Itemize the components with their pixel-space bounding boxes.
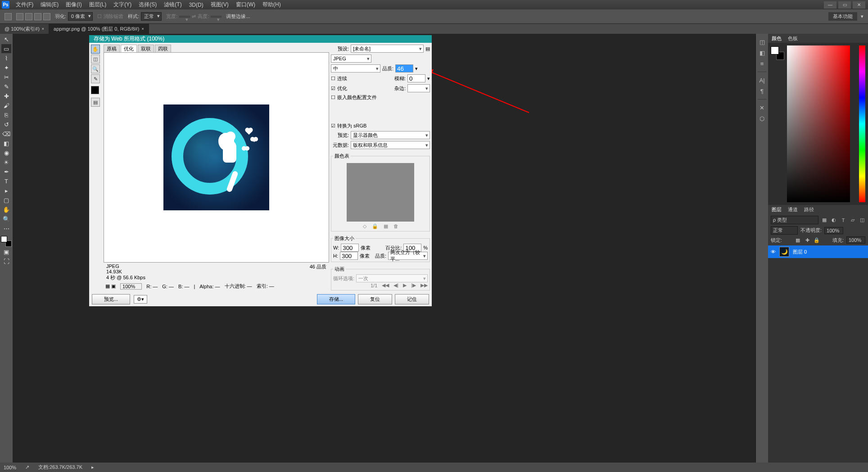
color-field[interactable] [787,45,850,202]
compression-select[interactable]: 中 [331,64,380,73]
lasso-tool-icon[interactable]: ⌇ [1,54,11,63]
gradient-tool-icon[interactable]: ◧ [1,139,11,148]
remember-button[interactable]: 记住 [395,294,429,304]
channels-tab[interactable]: 通道 [788,206,798,213]
tab-close-icon[interactable]: × [141,27,144,31]
color-table[interactable] [347,163,414,222]
eyedropper-color-swatch[interactable] [91,86,99,94]
zoom-tool-icon[interactable]: 🔍 [91,64,100,73]
paths-tab[interactable]: 路径 [804,206,814,213]
layers-tab[interactable]: 图层 [772,206,782,213]
menu-edit[interactable]: 编辑(E) [37,1,62,9]
ct-map-icon[interactable]: ▦ [384,223,388,229]
character-panel-icon[interactable]: ≡ [758,59,767,68]
tab-close-icon[interactable]: × [42,27,44,31]
eyedropper-tool-icon[interactable]: ✎ [91,74,100,83]
subtract-selection-icon[interactable] [34,13,41,20]
menu-type[interactable]: 文字(Y) [110,1,135,9]
color-swatches[interactable] [1,236,12,247]
eraser-tool-icon[interactable]: ⌫ [1,129,11,138]
menu-image[interactable]: 图像(I) [62,1,85,9]
hue-slider[interactable] [859,45,865,202]
filter-pixel-icon[interactable]: ▦ [821,218,827,223]
cancel-button[interactable]: 复位 [358,294,392,304]
maximize-button[interactable]: ▭ [838,1,851,9]
save-button[interactable]: 存储... [317,294,355,304]
layer-filter-select[interactable]: ρ 类型 [771,216,818,224]
workspace-dropdown-icon[interactable]: ▾ [861,14,863,19]
foreground-swatch[interactable] [771,46,779,54]
format-select[interactable]: JPEG [331,54,371,63]
workspace-select[interactable]: 基本功能 [828,12,857,21]
toggle-slices-icon[interactable]: ▤ [91,98,100,107]
tab-2up[interactable]: 双联 [138,45,154,53]
eyedropper-tool-icon[interactable]: ✎ [1,82,11,91]
visibility-icon[interactable]: 👁 [771,249,776,254]
properties-panel-icon[interactable]: ◧ [758,48,767,57]
magic-wand-tool-icon[interactable]: ✦ [1,63,11,72]
menu-filter[interactable]: 滤镜(T) [160,1,185,9]
blur-dropdown-icon[interactable]: ▾ [427,76,430,82]
filter-text-icon[interactable]: T [840,218,846,223]
tab-original[interactable]: 原稿 [104,45,120,53]
edit-toolbar-icon[interactable]: ⋯ [1,224,11,233]
paragraph-panel-icon[interactable]: ¶ [758,86,767,95]
color-tab[interactable]: 颜色 [772,35,782,42]
menu-layer[interactable]: 图层(L) [86,1,110,9]
lock-all-icon[interactable]: 🔒 [814,237,820,243]
hand-tool-icon[interactable]: ✋ [1,205,11,214]
lock-position-icon[interactable]: ✚ [804,237,810,243]
quality-dropdown-icon[interactable]: ▾ [415,66,418,72]
minimize-button[interactable]: — [824,1,836,9]
3d-panel-icon[interactable]: ⬡ [758,114,767,123]
arrow-icon[interactable]: ↗ [25,464,29,470]
menu-3d[interactable]: 3D(D) [185,2,207,8]
preview-frame[interactable] [104,52,329,263]
menu-file[interactable]: 文件(F) [12,1,37,9]
dodge-tool-icon[interactable]: ☀ [1,158,11,167]
opacity-input[interactable]: 100% [824,227,843,234]
type-tool-icon[interactable]: T [1,177,11,186]
screenmode-tool-icon[interactable]: ⛶ [1,257,11,266]
swatches-tab[interactable]: 色板 [788,35,798,42]
lock-pixels-icon[interactable]: ▩ [795,237,801,243]
pen-tool-icon[interactable]: ✒ [1,167,11,176]
hand-tool-icon[interactable]: ✋ [91,45,100,54]
document-tab-1[interactable]: @ 100%(索引#) × [0,24,49,34]
filter-smart-icon[interactable]: ◫ [859,218,865,223]
preset-menu-icon[interactable]: ▤ [425,46,430,52]
zoom-select[interactable]: 100% [120,283,142,290]
preview-button[interactable]: 预览... [92,294,130,304]
preview-select[interactable]: 显示器颜色 [351,131,430,139]
quality-input[interactable] [395,64,413,73]
history-brush-tool-icon[interactable]: ↺ [1,120,11,129]
clone-stamp-tool-icon[interactable]: ⎘ [1,110,11,119]
tab-optimized[interactable]: 优化 [121,45,137,53]
adjustments-panel-icon[interactable]: ✕ [758,103,767,112]
layer-row[interactable]: 👁 🌙 图层 0 [768,245,868,258]
style-select[interactable]: 正常 [141,12,162,21]
embed-profile-checkbox[interactable]: ☐ 嵌入颜色配置文件 [331,94,377,101]
layer-thumbnail[interactable]: 🌙 [779,247,789,257]
menu-view[interactable]: 视图(V) [207,1,232,9]
doc-size-readout[interactable]: 文档:263.7K/263.7K [38,464,82,471]
preset-select[interactable]: [未命名] [351,45,424,53]
path-selection-tool-icon[interactable]: ▸ [1,186,11,195]
menu-window[interactable]: 窗口(W) [232,1,259,9]
metadata-select[interactable]: 版权和联系信息 [351,141,430,149]
menu-help[interactable]: 帮助(H) [259,1,285,9]
ct-lock-icon[interactable]: 🔒 [372,223,378,229]
height-input[interactable] [340,252,358,260]
type-panel-icon[interactable]: A| [758,76,767,85]
convert-srgb-checkbox[interactable]: ☑ 转换为 sRGB [331,123,366,129]
slice-select-tool-icon[interactable]: ◫ [91,54,100,64]
healing-brush-tool-icon[interactable]: ✚ [1,91,11,100]
color-panel-swatches[interactable] [771,46,784,60]
feather-input[interactable]: 0 像素 [68,12,93,21]
width-input[interactable] [341,244,359,252]
blur-tool-icon[interactable]: ◉ [1,148,11,157]
quickmask-tool-icon[interactable]: ▣ [1,247,11,256]
menu-select[interactable]: 选择(S) [135,1,160,9]
move-tool-icon[interactable]: ↖ [1,35,11,44]
shape-tool-icon[interactable]: ▢ [1,195,11,204]
